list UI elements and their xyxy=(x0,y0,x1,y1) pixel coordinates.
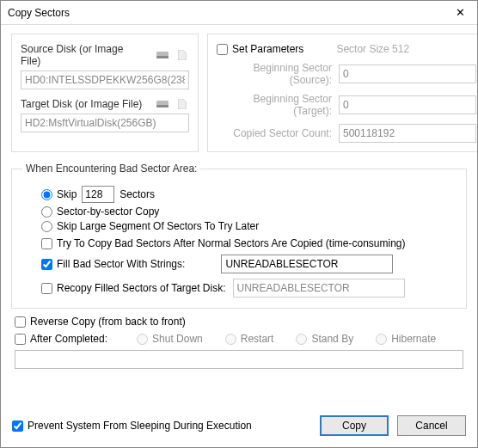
skip-large-radio-input[interactable] xyxy=(41,221,52,232)
reverse-copy-check[interactable]: Reverse Copy (from back to front) xyxy=(15,316,186,328)
file-icon[interactable] xyxy=(175,99,189,109)
reverse-copy-checkbox[interactable] xyxy=(15,316,26,328)
begin-target-label: Beginning Sector (Target): xyxy=(217,93,339,117)
close-icon: ✕ xyxy=(456,6,465,19)
copied-count-label: Copied Sector Count: xyxy=(217,127,339,139)
standby-radio-input[interactable] xyxy=(296,334,307,345)
recopy-checkbox[interactable] xyxy=(41,283,52,294)
cancel-button-label: Cancel xyxy=(415,420,447,432)
sector-by-sector-radio-input[interactable] xyxy=(41,206,52,218)
begin-source-input[interactable] xyxy=(339,64,476,83)
hibernate-radio[interactable]: Hibernate xyxy=(376,333,436,345)
try-copy-bad-checkbox[interactable] xyxy=(41,238,52,249)
try-copy-bad-label: Try To Copy Bad Sectors After Normal Sec… xyxy=(57,237,406,249)
svg-rect-3 xyxy=(156,105,169,107)
footer: Prevent System From Sleeping During Exec… xyxy=(0,407,478,448)
shutdown-label: Shut Down xyxy=(152,333,203,345)
restart-label: Restart xyxy=(241,333,274,345)
disks-group: Source Disk (or Image File) Target Disk … xyxy=(11,34,199,152)
after-completed-check[interactable]: After Completed: xyxy=(15,333,107,345)
skip-large-label: Skip Large Segment Of Sectors To Try Lat… xyxy=(57,220,259,232)
disk-icon[interactable] xyxy=(156,99,170,109)
standby-label: Stand By xyxy=(311,333,353,345)
begin-target-input[interactable] xyxy=(339,95,476,114)
fill-bad-input[interactable] xyxy=(221,255,393,273)
prevent-sleep-check[interactable]: Prevent System From Sleeping During Exec… xyxy=(12,420,252,432)
begin-source-label: Beginning Sector (Source): xyxy=(217,62,339,86)
sector-size-label: Sector Size 512 xyxy=(336,43,409,55)
copy-button-label: Copy xyxy=(342,420,366,432)
target-disk-input[interactable] xyxy=(21,114,189,132)
skip-suffix: Sectors xyxy=(120,188,155,200)
recopy-check[interactable]: Recopy Filled Sectors of Target Disk: xyxy=(41,282,226,294)
svg-rect-1 xyxy=(156,56,169,58)
set-parameters-checkbox[interactable] xyxy=(217,44,228,55)
source-disk-input[interactable] xyxy=(21,71,189,89)
fill-bad-checkbox[interactable] xyxy=(41,259,52,270)
source-disk-label: Source Disk (or Image File) xyxy=(21,43,146,67)
sector-by-sector-radio[interactable]: Sector-by-sector Copy xyxy=(41,206,159,218)
cancel-button[interactable]: Cancel xyxy=(397,415,466,436)
prevent-sleep-label: Prevent System From Sleeping During Exec… xyxy=(28,420,252,432)
titlebar: Copy Sectors ✕ xyxy=(1,1,477,25)
skip-large-radio[interactable]: Skip Large Segment Of Sectors To Try Lat… xyxy=(41,220,259,232)
restart-radio-input[interactable] xyxy=(225,334,236,345)
recopy-label: Recopy Filled Sectors of Target Disk: xyxy=(57,282,226,294)
set-parameters-label: Set Parameters xyxy=(232,43,303,55)
close-button[interactable]: ✕ xyxy=(443,1,477,24)
disk-icon[interactable] xyxy=(156,50,170,60)
sector-by-sector-label: Sector-by-sector Copy xyxy=(57,206,159,218)
recopy-input[interactable] xyxy=(233,279,405,298)
file-icon[interactable] xyxy=(175,50,189,60)
after-completed-checkbox[interactable] xyxy=(15,334,26,345)
skip-radio-input[interactable] xyxy=(41,189,52,200)
reverse-copy-label: Reverse Copy (from back to front) xyxy=(30,316,186,328)
skip-label: Skip xyxy=(57,188,77,200)
target-disk-label: Target Disk (or Image File) xyxy=(21,98,142,110)
progress-bar xyxy=(15,350,463,369)
fill-bad-check[interactable]: Fill Bad Sector With Strings: xyxy=(41,258,185,270)
shutdown-radio[interactable]: Shut Down xyxy=(137,333,203,345)
hibernate-radio-input[interactable] xyxy=(376,334,387,345)
content-area: Source Disk (or Image File) Target Disk … xyxy=(1,25,477,376)
bad-sector-group: When Encountering Bad Sector Area: Skip … xyxy=(11,163,467,309)
fill-bad-label: Fill Bad Sector With Strings: xyxy=(57,258,185,270)
set-parameters-check[interactable]: Set Parameters xyxy=(217,43,303,55)
window-title: Copy Sectors xyxy=(8,7,70,19)
try-copy-bad-check[interactable]: Try To Copy Bad Sectors After Normal Sec… xyxy=(41,237,406,249)
skip-radio[interactable]: Skip xyxy=(41,188,77,200)
copy-button[interactable]: Copy xyxy=(320,415,389,436)
prevent-sleep-checkbox[interactable] xyxy=(12,420,23,432)
params-group: Set Parameters Sector Size 512 Beginning… xyxy=(207,34,478,152)
standby-radio[interactable]: Stand By xyxy=(296,333,353,345)
shutdown-radio-input[interactable] xyxy=(137,334,148,345)
bad-sector-legend: When Encountering Bad Sector Area: xyxy=(22,163,200,175)
skip-count-input[interactable] xyxy=(82,186,114,203)
copied-count-input[interactable] xyxy=(339,124,476,143)
after-completed-label: After Completed: xyxy=(30,333,107,345)
restart-radio[interactable]: Restart xyxy=(225,333,274,345)
hibernate-label: Hibernate xyxy=(391,333,436,345)
